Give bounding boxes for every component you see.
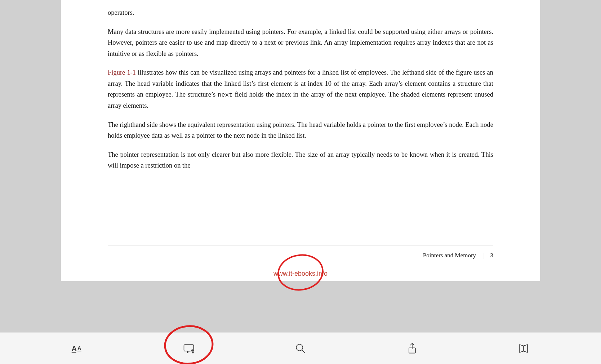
svg-point-8 [296, 344, 303, 351]
comment-icon [182, 342, 195, 355]
page-wrapper: operators. Many data structures are more… [0, 0, 601, 332]
paragraph-righthand: The righthand side shows the equivalent … [108, 119, 493, 141]
toc-icon [517, 342, 530, 355]
paragraph-operators: operators. [108, 7, 493, 18]
circle-annotation [275, 253, 326, 292]
search-icon [294, 342, 307, 355]
bottom-toolbar: A A [0, 332, 601, 364]
svg-text:A: A [77, 345, 81, 351]
content-area: operators. Many data structures are more… [108, 7, 493, 245]
paragraph-pointer-rep: The pointer representation is not only c… [108, 149, 493, 171]
footer-page-number: 3 [490, 252, 494, 259]
text-size-button[interactable]: A A [64, 338, 91, 359]
footer-title: Pointers and Memory [423, 252, 476, 259]
code-next: next [218, 92, 232, 98]
paragraph-figure: Figure 1-1 illustrates how this can be v… [108, 67, 493, 111]
footer-divider: | [482, 252, 484, 259]
share-button[interactable] [399, 338, 426, 359]
toc-button[interactable] [510, 338, 537, 359]
figure-ref: Figure 1-1 [108, 69, 136, 76]
comment-button-wrapper [175, 338, 202, 359]
text-size-icon: A A [71, 342, 84, 355]
comment-button[interactable] [175, 338, 202, 359]
svg-line-9 [302, 350, 305, 353]
svg-text:A: A [72, 345, 77, 352]
share-icon [406, 342, 419, 355]
watermark-area: www.it-ebooks.info [108, 263, 493, 281]
paragraph-data-structures: Many data structures are more easily imp… [108, 26, 493, 59]
svg-point-0 [276, 253, 325, 292]
book-page: operators. Many data structures are more… [61, 0, 540, 281]
search-button[interactable] [287, 338, 314, 359]
